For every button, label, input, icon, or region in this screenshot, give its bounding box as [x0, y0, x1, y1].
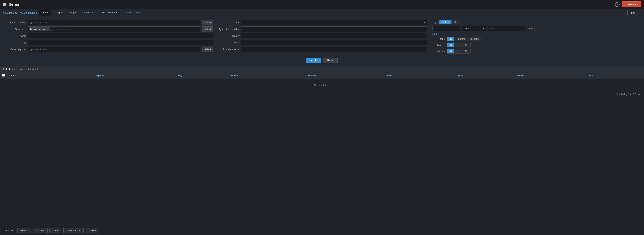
key-label: Key — [4, 41, 26, 44]
tags-label: Tags — [432, 21, 438, 23]
type-of-info-label: Type of information — [217, 28, 240, 30]
items-table: Name ▲ Triggers Key Interval History Tre… — [0, 72, 644, 91]
template-groups-input[interactable] — [28, 20, 200, 25]
create-item-button[interactable]: Create item — [622, 1, 641, 7]
th-history[interactable]: History — [306, 72, 382, 79]
tags-header: Tags And/Or Or — [432, 20, 638, 24]
help-icon[interactable]: ? — [615, 2, 620, 7]
filter-row-trends: Trends — [217, 40, 427, 45]
inherited-all-btn[interactable]: all — [447, 49, 454, 53]
breadcrumb-all-templates[interactable]: All templates — [3, 11, 17, 14]
th-select-all[interactable] — [0, 72, 7, 79]
trends-input[interactable] — [241, 40, 427, 45]
reset-button[interactable]: Reset — [323, 58, 338, 63]
enable-button[interactable]: Enable — [17, 228, 31, 233]
templates-label: Templates — [4, 28, 26, 30]
filter-col1: Template groups Select Templates KC-prom… — [4, 20, 214, 55]
templates-chips[interactable]: KC-prometheus ✕ — [28, 26, 200, 32]
delete-button[interactable]: Delete — [86, 228, 99, 233]
tag-row: Contains Equals Does not contain Does no… — [432, 26, 638, 31]
bottom-bar: 0 selected Enable Disable Copy Mass upda… — [0, 226, 644, 235]
header-left: Items — [3, 2, 19, 7]
table-body: No data found. — [0, 79, 644, 91]
triggers-toggle: all Yes No — [447, 43, 471, 47]
filter-col3: Tags And/Or Or Contains Equals Does not … — [430, 20, 640, 55]
no-data-row: No data found. — [0, 79, 644, 91]
status-enabled-btn[interactable]: Enabled — [454, 37, 468, 41]
tag-value-input[interactable] — [488, 26, 525, 31]
inherited-no-btn[interactable]: No — [463, 49, 471, 53]
tag-name-input[interactable] — [432, 26, 460, 31]
filter-row-name: Name — [4, 33, 214, 38]
history-input[interactable] — [241, 33, 427, 38]
status-label: Status — [430, 37, 446, 40]
tag-remove-link[interactable]: Remove — [526, 27, 536, 30]
tags-section: Tags And/Or Or Contains Equals Does not … — [430, 20, 640, 35]
value-mapping-select-btn[interactable]: Select — [202, 47, 214, 52]
key-input[interactable] — [28, 40, 214, 45]
subfilter-label-strong: Subfilter — [3, 68, 13, 70]
subfilter-bar: Subfilter affects only filtered data — [0, 66, 644, 72]
tab-web-scenarios[interactable]: Web scenarios — [122, 9, 144, 16]
filter-icon: ⊿ — [636, 11, 638, 14]
templates-select-btn[interactable]: Select — [202, 26, 214, 32]
th-key[interactable]: Key — [176, 72, 228, 79]
triggers-no-btn[interactable]: No — [463, 43, 471, 47]
update-interval-input[interactable] — [241, 47, 427, 52]
display-info: Displaying 0 of 0 found — [0, 91, 644, 97]
filter-button[interactable]: Filter ⊿ — [628, 10, 641, 15]
breadcrumb: All templates / KC-prometheus — [3, 11, 37, 14]
status-all-btn[interactable]: all — [447, 37, 454, 41]
filter-row-type-of-info: Type of information all Numeric (unsigne… — [217, 26, 427, 32]
template-chip-close[interactable]: ✕ — [47, 28, 48, 30]
breadcrumb-kc-prometheus[interactable]: KC-prometheus — [20, 11, 37, 14]
th-name[interactable]: Name ▲ — [7, 72, 92, 79]
hamburger-icon[interactable] — [3, 3, 6, 6]
type-of-info-select[interactable]: all Numeric (unsigned) Numeric (float) C… — [241, 26, 427, 32]
triggers-yes-btn[interactable]: Yes — [454, 43, 463, 47]
th-triggers: Triggers — [92, 72, 176, 79]
table-container: Name ▲ Triggers Key Interval History Tre… — [0, 72, 644, 91]
template-chip-kc-prometheus: KC-prometheus ✕ — [29, 27, 50, 31]
status-disabled-btn[interactable]: Disabled — [468, 37, 482, 41]
type-label: Type — [217, 21, 240, 24]
select-all-checkbox[interactable] — [2, 74, 5, 77]
inherited-yes-btn[interactable]: Yes — [454, 49, 463, 53]
copy-button[interactable]: Copy — [50, 228, 62, 233]
disable-button[interactable]: Disable — [33, 228, 48, 233]
tag-add-link[interactable]: Add — [432, 32, 437, 35]
th-trends[interactable]: Trends — [382, 72, 456, 79]
template-groups-select-btn[interactable]: Select — [202, 20, 214, 25]
filter-row-history: History — [217, 33, 427, 38]
status-toggle: all Enabled Disabled — [447, 36, 482, 41]
apply-button[interactable]: Apply — [306, 58, 322, 63]
tab-dashboards[interactable]: Dashboards — [80, 9, 99, 16]
triggers-all-btn[interactable]: all — [447, 43, 454, 47]
table-header-row: Name ▲ Triggers Key Interval History Tre… — [0, 72, 644, 79]
filter-grid: Template groups Select Templates KC-prom… — [4, 20, 640, 55]
filter-row-template-groups: Template groups Select — [4, 20, 214, 25]
type-select[interactable]: all Zabbix agent Zabbix trapper Simple c… — [241, 20, 427, 25]
th-interval[interactable]: Interval — [228, 72, 306, 79]
templates-search-input[interactable] — [50, 28, 199, 30]
tags-or-btn[interactable]: Or — [452, 20, 459, 24]
th-status[interactable]: Status — [514, 72, 585, 79]
tab-discovery-rules[interactable]: Discovery rules — [99, 9, 122, 16]
filter-row-type: Type all Zabbix agent Zabbix trapper Sim… — [217, 20, 427, 25]
tag-condition-select[interactable]: Contains Equals Does not contain Does no… — [462, 26, 486, 31]
filter-row-value-mapping: Value mapping Select — [4, 47, 214, 52]
triggers-label: Triggers — [430, 44, 446, 46]
name-input[interactable] — [28, 33, 214, 38]
breadcrumb-separator: / — [18, 11, 19, 14]
filter-row-status: Status all Enabled Disabled — [430, 36, 640, 41]
value-mapping-input[interactable] — [28, 47, 200, 52]
filter-row-update-interval: Update interval — [217, 47, 427, 52]
tab-items[interactable]: Items — [40, 9, 51, 16]
tab-graphs[interactable]: Graphs — [66, 9, 80, 16]
tab-triggers[interactable]: Triggers — [51, 9, 66, 16]
tags-andor-btn[interactable]: And/Or — [439, 20, 452, 24]
filter-col2: Type all Zabbix agent Zabbix trapper Sim… — [217, 20, 427, 55]
mass-update-button[interactable]: Mass update — [63, 228, 84, 233]
header: Items ? Create item — [0, 0, 644, 9]
th-type[interactable]: Type — [456, 72, 514, 79]
